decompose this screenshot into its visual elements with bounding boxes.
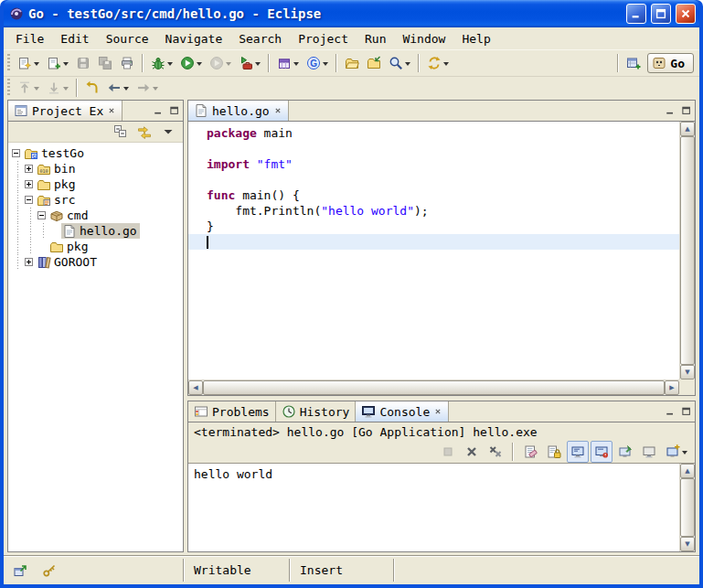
scroll-right-icon[interactable] [665,380,679,395]
maximize-view-button[interactable] [678,101,695,121]
dropdown-arrow-icon[interactable] [293,62,299,69]
maximize-view-button[interactable] [678,401,695,422]
fast-view-button[interactable] [9,560,31,582]
show-on-stdout-button[interactable] [567,441,589,463]
dropdown-arrow-icon[interactable] [682,451,687,457]
back-button[interactable] [103,77,133,99]
dropdown-arrow-icon[interactable] [63,62,69,69]
code-line-2[interactable] [188,141,679,156]
run-button[interactable] [176,52,206,74]
display-selected-console-button[interactable] [638,441,660,463]
collapse-toggle-icon[interactable] [25,196,33,204]
scrollbar-thumb[interactable] [680,478,695,537]
run-last-button[interactable] [206,52,235,74]
menu-project[interactable]: Project [290,30,357,48]
tab-console[interactable]: Console [356,401,449,422]
toolbar-grip[interactable] [7,79,10,97]
save-all-button[interactable] [94,52,116,74]
tab-history[interactable]: History [276,401,357,422]
code-editor[interactable]: package mainimport "fmt"func main() { fm… [188,122,679,380]
tree-item-cmd[interactable]: cmd [12,208,183,223]
next-annotation-button[interactable] [43,77,72,99]
forward-button[interactable] [133,77,162,99]
new-button[interactable] [14,52,43,74]
expand-toggle-icon[interactable] [25,165,33,173]
dropdown-arrow-icon[interactable] [153,87,158,93]
dropdown-arrow-icon[interactable] [197,62,202,69]
console-vertical-scrollbar[interactable] [679,464,695,551]
perspective-go-button[interactable]: Go [647,53,694,73]
dropdown-arrow-icon[interactable] [405,62,410,69]
tab-problems[interactable]: Problems [188,401,276,422]
collapse-toggle-icon[interactable] [12,149,20,157]
external-tools-button[interactable] [235,52,264,74]
menu-run[interactable]: Run [357,30,394,48]
open-perspective-button[interactable] [623,52,644,74]
scrollbar-thumb[interactable] [680,136,695,365]
open-resource-button[interactable] [341,52,363,74]
close-button[interactable] [676,4,696,24]
editor-horizontal-scrollbar[interactable] [188,380,679,395]
titlebar[interactable]: Go - testGo/src/cmd/hello.go - Eclipse [4,0,699,27]
clear-console-button[interactable] [519,441,541,463]
minimize-view-button[interactable] [150,101,166,121]
console-text[interactable]: hello world [188,464,679,551]
menu-source[interactable]: Source [98,30,157,48]
collapse-toggle-icon[interactable] [37,211,46,219]
dropdown-arrow-icon[interactable] [123,87,129,93]
tree-item-hello.go[interactable]: hello.go [12,223,183,239]
dropdown-arrow-icon[interactable] [63,87,69,93]
dropdown-arrow-icon[interactable] [443,62,449,69]
tree-item-pkg[interactable]: pkg [12,239,183,254]
scroll-up-icon[interactable] [680,464,695,478]
close-tab-icon[interactable] [433,407,442,416]
team-synchronize-button[interactable] [423,52,453,74]
tree-item-testGo[interactable]: GtestGo [12,145,183,161]
minimize-view-button[interactable] [662,101,678,121]
dropdown-arrow-icon[interactable] [226,62,231,69]
close-tab-icon[interactable] [273,106,282,115]
scroll-left-icon[interactable] [188,380,203,395]
key-binding-button[interactable] [38,560,60,582]
scroll-down-icon[interactable] [680,365,695,380]
debug-button[interactable] [147,52,176,74]
menu-edit[interactable]: Edit [52,30,97,48]
scroll-up-icon[interactable] [680,122,695,136]
code-line-5[interactable]: func main() { [188,187,679,203]
open-console-button[interactable] [662,441,691,463]
maximize-view-button[interactable] [166,101,183,121]
minimize-button[interactable] [626,4,646,24]
expand-toggle-icon[interactable] [25,180,33,188]
go-tools-button[interactable]: G [303,52,332,74]
scroll-lock-button[interactable] [543,441,565,463]
tab-hello-go[interactable]: hello.go [188,101,289,121]
last-edit-location-button[interactable] [81,77,103,99]
scrollbar-thumb[interactable] [203,380,665,395]
close-tab-icon[interactable] [107,106,116,115]
previous-annotation-button[interactable] [14,77,43,99]
tab-project-explorer[interactable]: Project Ex [8,101,122,121]
dropdown-arrow-icon[interactable] [255,62,261,69]
expand-toggle-icon[interactable] [25,258,33,266]
show-on-stderr-button[interactable] [591,441,612,463]
tree-item-pkg[interactable]: pkg [12,176,183,192]
new-go-project-button[interactable] [273,52,303,74]
dropdown-arrow-icon[interactable] [323,62,328,69]
editor-vertical-scrollbar[interactable] [679,122,695,380]
link-with-editor-button[interactable] [133,121,155,143]
dropdown-arrow-icon[interactable] [167,62,173,69]
terminate-button[interactable] [437,441,459,463]
code-line-1[interactable]: package main [188,125,679,141]
pin-console-button[interactable] [614,441,636,463]
maximize-button[interactable] [651,4,671,24]
minimize-view-button[interactable] [662,401,678,422]
code-line-7[interactable]: } [188,219,679,234]
view-menu-button[interactable] [157,121,179,143]
scroll-down-icon[interactable] [680,537,695,551]
new-go-element-button[interactable] [43,52,72,74]
menu-help[interactable]: Help [453,30,498,48]
remove-launch-button[interactable] [461,441,483,463]
code-line-8[interactable] [188,234,679,250]
collapse-all-button[interactable] [110,121,132,143]
print-button[interactable] [116,52,138,74]
